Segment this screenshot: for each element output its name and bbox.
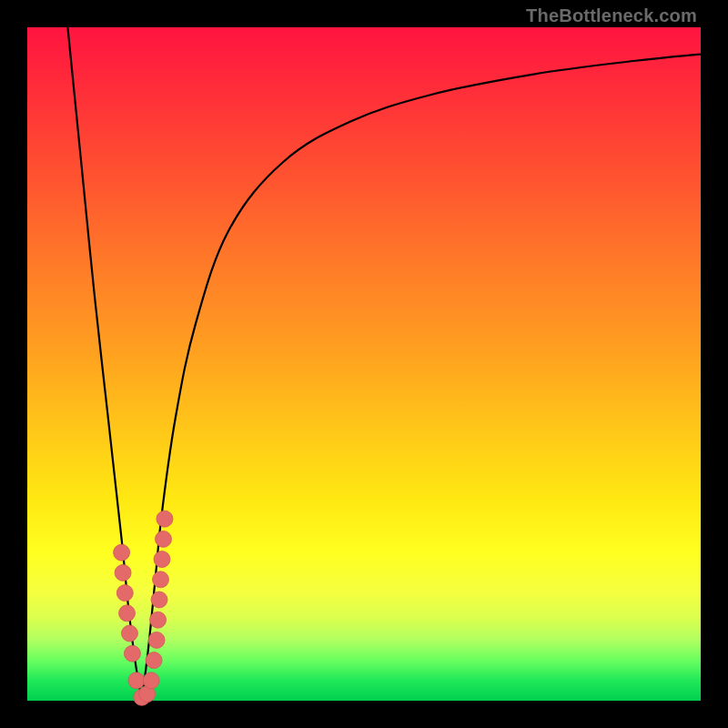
watermark-text: TheBottleneck.com — [526, 5, 697, 26]
sample-marker — [151, 592, 167, 608]
sample-marker — [116, 585, 133, 602]
sample-marker — [115, 564, 131, 581]
curve-left-branch — [67, 27, 141, 701]
sample-marker — [143, 672, 159, 689]
sample-marker — [155, 531, 171, 547]
chart-svg — [27, 27, 701, 701]
sample-marker — [121, 625, 137, 642]
sample-marker — [150, 612, 167, 628]
sample-marker — [148, 632, 165, 648]
sample-marker — [153, 571, 169, 588]
sample-marker — [114, 544, 130, 561]
sample-marker — [146, 652, 162, 669]
sample-marker — [154, 551, 170, 568]
sample-marker — [128, 672, 145, 689]
curve-right-branch — [142, 55, 701, 701]
sample-marker — [119, 605, 136, 622]
sample-marker — [157, 511, 173, 527]
chart-frame: TheBottleneck.com — [0, 0, 728, 728]
plot-area — [27, 27, 701, 701]
sample-marker — [124, 645, 140, 662]
